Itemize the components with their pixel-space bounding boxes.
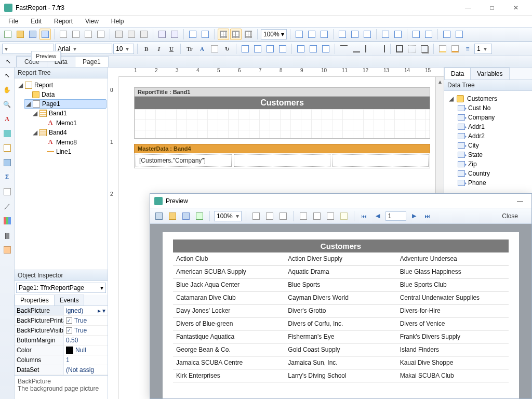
- prop-row[interactable]: BackPicturePrintal✓True: [15, 316, 108, 326]
- field-row[interactable]: Addr1: [446, 122, 530, 131]
- report-tree[interactable]: ◢Report Data ◢Page1 ◢Band1 AMemo1 ◢Band4…: [15, 78, 108, 270]
- same-height-button[interactable]: [454, 29, 465, 40]
- pointer-tool[interactable]: ↖: [0, 56, 17, 67]
- open-button[interactable]: [15, 29, 26, 40]
- rotate-button[interactable]: ↻: [221, 43, 233, 55]
- cut-button[interactable]: [113, 29, 125, 40]
- pw-outline-button[interactable]: [311, 210, 323, 222]
- other-tool-icon[interactable]: [3, 245, 12, 255]
- font-family-combo[interactable]: Arial▾: [55, 44, 112, 54]
- delete-page-button[interactable]: [83, 29, 94, 40]
- pw-thumbs-button[interactable]: [325, 210, 336, 222]
- menu-view[interactable]: View: [79, 16, 105, 26]
- paste-button[interactable]: [138, 29, 150, 40]
- preview-button[interactable]: [39, 29, 51, 40]
- align-justify-button[interactable]: [277, 43, 288, 55]
- valign-mid-button[interactable]: [308, 43, 319, 55]
- picture-tool-icon[interactable]: [3, 158, 12, 167]
- text-tool-icon[interactable]: A: [3, 114, 12, 124]
- pw-pagewidth-button[interactable]: [264, 210, 275, 222]
- bold-button[interactable]: B: [141, 43, 152, 55]
- tab-events[interactable]: Events: [54, 295, 85, 305]
- align-left-button[interactable]: [240, 43, 251, 55]
- font-size-combo[interactable]: 10▾: [113, 44, 134, 54]
- pw-print-button[interactable]: [153, 210, 165, 222]
- new-button[interactable]: [2, 29, 14, 40]
- frame-right-button[interactable]: [376, 43, 387, 55]
- field-row[interactable]: Phone: [446, 178, 530, 188]
- tab-data-right[interactable]: Data: [444, 68, 471, 79]
- snap-grid-button[interactable]: [230, 29, 242, 40]
- maximize-button[interactable]: □: [480, 0, 504, 16]
- align-bottom-edge-button[interactable]: [362, 29, 373, 40]
- font-settings-button[interactable]: Tr: [184, 43, 195, 55]
- prop-row[interactable]: BottomMargin0.50: [15, 336, 108, 345]
- valign-bot-button[interactable]: [320, 43, 331, 55]
- italic-button[interactable]: I: [153, 43, 165, 55]
- pw-page-input[interactable]: [385, 211, 406, 221]
- pw-margins-button[interactable]: [298, 210, 309, 222]
- font-color-button[interactable]: A: [196, 43, 208, 55]
- line-tool-icon[interactable]: ／: [3, 202, 12, 211]
- menu-file[interactable]: File: [2, 16, 24, 26]
- align-left-edge-button[interactable]: [294, 29, 305, 40]
- frame-left-button[interactable]: [363, 43, 375, 55]
- prop-row[interactable]: BackPictureigned)▸ ▾: [15, 306, 108, 316]
- select-tool-icon[interactable]: ↖: [3, 71, 12, 80]
- valign-top-button[interactable]: [295, 43, 307, 55]
- barcode-tool-icon[interactable]: ||||: [3, 231, 12, 240]
- align-middle-button[interactable]: [349, 29, 361, 40]
- property-grid[interactable]: BackPictureigned)▸ ▾BackPicturePrintal✓T…: [15, 306, 108, 375]
- field-row[interactable]: Addr2: [446, 131, 530, 141]
- underline-button[interactable]: U: [166, 43, 177, 55]
- prop-row[interactable]: Columns1: [15, 355, 108, 365]
- pw-first-button[interactable]: ⏮: [358, 210, 370, 222]
- menu-report[interactable]: Report: [48, 16, 79, 26]
- fit-grid-button[interactable]: [243, 29, 254, 40]
- pw-zoom-combo[interactable]: 100%▾: [214, 211, 242, 221]
- field-row[interactable]: Cust No: [446, 103, 530, 113]
- copy-button[interactable]: [126, 29, 137, 40]
- preview-minimize-button[interactable]: —: [513, 197, 527, 205]
- same-width-button[interactable]: [441, 29, 453, 40]
- space-h-button[interactable]: [380, 29, 391, 40]
- field-row[interactable]: Company: [446, 113, 530, 122]
- subreport-tool-icon[interactable]: [3, 187, 12, 196]
- menu-edit[interactable]: Edit: [24, 16, 48, 26]
- report-title-band-header[interactable]: ReportTitle : Band1: [134, 87, 430, 97]
- page-settings-button[interactable]: [95, 29, 107, 40]
- band-tool-icon[interactable]: [3, 143, 12, 153]
- field-row[interactable]: City: [446, 141, 530, 150]
- chart-tool-icon[interactable]: [3, 216, 12, 225]
- close-button[interactable]: ✕: [504, 0, 528, 16]
- new-page-button[interactable]: [58, 29, 69, 40]
- center-v-band-button[interactable]: [423, 29, 434, 40]
- pw-open-button[interactable]: [167, 210, 178, 222]
- hand-tool-icon[interactable]: ✋: [3, 85, 12, 95]
- space-v-button[interactable]: [392, 29, 404, 40]
- field-row[interactable]: Country: [446, 169, 530, 178]
- new-dialog-button[interactable]: [70, 29, 82, 40]
- frame-all-button[interactable]: [394, 43, 405, 55]
- pw-save-button[interactable]: [180, 210, 192, 222]
- show-grid-button[interactable]: [218, 29, 229, 40]
- redo-button[interactable]: [169, 29, 180, 40]
- master-data-band-header[interactable]: MasterData : Band4: [134, 144, 430, 153]
- tab-page1[interactable]: Page1: [75, 56, 109, 67]
- tree-node-page1[interactable]: ◢Page1: [24, 99, 107, 109]
- prop-row[interactable]: DataSet(Not assig: [15, 365, 108, 375]
- field-row[interactable]: Zip: [446, 159, 530, 169]
- menu-help[interactable]: Help: [105, 16, 130, 26]
- format-tool-icon[interactable]: [3, 129, 12, 138]
- align-center-h-button[interactable]: [306, 29, 317, 40]
- sum-tool-icon[interactable]: Σ: [3, 172, 12, 182]
- frame-shadow-button[interactable]: [419, 43, 430, 55]
- align-center-button[interactable]: [252, 43, 263, 55]
- align-top-edge-button[interactable]: [337, 29, 348, 40]
- prop-row[interactable]: BackPictureVisible✓True: [15, 326, 108, 336]
- memo-empty-2[interactable]: [234, 154, 330, 167]
- ungroup-button[interactable]: [200, 29, 211, 40]
- inspector-object-combo[interactable]: Page1: TfrxReportPage▾: [16, 283, 106, 293]
- zoom-combo[interactable]: 100% ▾: [261, 29, 287, 39]
- undo-button[interactable]: [156, 29, 168, 40]
